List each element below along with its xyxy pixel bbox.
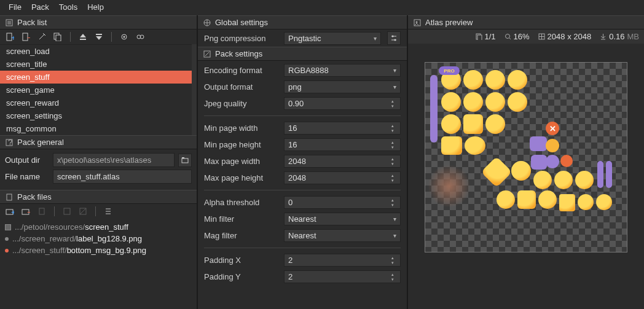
- copy-pack-icon[interactable]: [53, 32, 63, 42]
- preview-dimensions: 2048 x 2048: [538, 32, 592, 41]
- sprite: [517, 190, 536, 209]
- maxh-input[interactable]: 2048▴▾: [284, 171, 401, 184]
- menubar: File Pack Tools Help: [0, 0, 644, 15]
- sprite: [546, 139, 559, 152]
- svg-rect-9: [56, 35, 61, 41]
- png-compression-label: Png compression: [204, 34, 280, 43]
- output-select[interactable]: png: [284, 80, 401, 93]
- preview-canvas[interactable]: ✕ PRO: [408, 44, 644, 309]
- include-icon[interactable]: [62, 206, 72, 216]
- expand-icon[interactable]: [103, 206, 113, 216]
- sprite: [508, 92, 527, 112]
- pack-list-item[interactable]: msg_common: [0, 122, 192, 135]
- pack-list-header: Pack list: [0, 15, 197, 29]
- svg-rect-38: [477, 35, 482, 40]
- menu-tools[interactable]: Tools: [55, 1, 81, 13]
- magf-select[interactable]: Nearest: [284, 229, 401, 242]
- maxw-input[interactable]: 2048▴▾: [284, 155, 401, 168]
- file-item[interactable]: .../screen_stuff/bottom_msg_bg.9.png: [4, 244, 193, 256]
- menu-help[interactable]: Help: [84, 1, 108, 13]
- sprite: [554, 171, 573, 189]
- maxw-label: Max page width: [204, 157, 280, 166]
- svg-rect-25: [39, 208, 44, 214]
- minw-input[interactable]: 16▴▾: [284, 122, 401, 135]
- padx-label: Padding X: [204, 256, 280, 265]
- file-status-dot: [5, 249, 9, 252]
- pack-list: screen_load screen_title screen_stuff sc…: [0, 44, 192, 135]
- minh-input[interactable]: 16▴▾: [284, 138, 401, 151]
- sprite: [428, 165, 471, 208]
- sprite: [441, 136, 462, 155]
- preview-zoom[interactable]: 16%: [505, 32, 530, 41]
- png-compression-select[interactable]: Pngtastic: [284, 32, 381, 45]
- svg-point-36: [416, 21, 418, 23]
- sprite: [575, 171, 594, 189]
- encoding-select[interactable]: RGBA8888: [284, 64, 401, 77]
- svg-line-28: [80, 208, 86, 214]
- sprite: [531, 155, 547, 170]
- pack-all-icon[interactable]: [135, 32, 145, 42]
- output-dir-label: Output dir: [5, 155, 49, 165]
- sprite: [485, 70, 505, 90]
- sprite: [596, 194, 612, 210]
- preview-pages: 1/1: [476, 32, 496, 41]
- scrollbar[interactable]: [192, 44, 197, 135]
- folder-icon: [5, 224, 11, 230]
- delete-pack-icon[interactable]: −: [21, 32, 31, 42]
- pack-list-item[interactable]: screen_stuff: [0, 71, 192, 84]
- alpha-label: Alpha threshold: [204, 198, 280, 207]
- edit-pack-icon[interactable]: [37, 32, 47, 42]
- add-file-icon[interactable]: [37, 206, 47, 216]
- minf-label: Min filter: [204, 214, 280, 224]
- svg-point-13: [124, 36, 125, 38]
- browse-output-dir-icon[interactable]: [178, 154, 192, 167]
- jpeg-input[interactable]: 0.90▴▾: [284, 97, 401, 110]
- sprite: [597, 161, 603, 188]
- pack-list-item[interactable]: screen_load: [0, 45, 192, 58]
- pack-settings-icon[interactable]: [119, 32, 129, 42]
- files-list: .../petool/resources/screen_stuff .../sc…: [0, 219, 197, 259]
- remove-folder-icon[interactable]: −: [21, 206, 31, 216]
- pack-list-item[interactable]: screen_title: [0, 58, 192, 71]
- svg-text:?: ?: [8, 139, 12, 146]
- sprite: [606, 161, 612, 188]
- file-item[interactable]: .../petool/resources/screen_stuff: [4, 221, 193, 233]
- svg-text:−: −: [27, 33, 30, 41]
- menu-pack[interactable]: Pack: [28, 1, 53, 13]
- sprite: [441, 92, 461, 112]
- add-folder-icon[interactable]: +: [5, 206, 15, 216]
- panel-icon: [5, 193, 14, 201]
- png-compression-settings-icon[interactable]: [387, 31, 401, 45]
- file-name-input[interactable]: screen_stuff.atlas: [53, 170, 192, 184]
- move-down-icon[interactable]: [94, 32, 104, 42]
- pack-list-item[interactable]: screen_game: [0, 84, 192, 96]
- pack-list-item[interactable]: screen_settings: [0, 109, 192, 122]
- output-label: Output format: [204, 82, 280, 92]
- pack-files-toolbar: + −: [0, 204, 197, 219]
- panel-icon: [203, 50, 211, 58]
- new-pack-icon[interactable]: +: [5, 32, 15, 42]
- pack-list-item[interactable]: screen_reward: [0, 96, 192, 109]
- pady-input[interactable]: 2▴▾: [284, 270, 401, 283]
- panel-icon: [5, 18, 14, 27]
- menu-file[interactable]: File: [5, 1, 25, 13]
- svg-text:−: −: [27, 208, 30, 216]
- svg-rect-19: [182, 157, 184, 158]
- pack-general-title: Pack general: [17, 138, 64, 147]
- preview-statusbar: 1/1 16% 2048 x 2048 0.16MB: [408, 29, 644, 44]
- minf-select[interactable]: Nearest: [284, 213, 401, 225]
- sprite: [463, 92, 483, 112]
- global-settings-title: Global settings: [215, 18, 268, 27]
- sprite: [485, 92, 505, 112]
- file-name-label: File name: [5, 172, 49, 181]
- output-dir-input[interactable]: x\petool\assets\res\atlases: [53, 153, 175, 167]
- pack-settings-header: Pack settings: [198, 47, 407, 61]
- padx-input[interactable]: 2▴▾: [284, 254, 401, 267]
- sprite: [463, 114, 483, 134]
- sprite: [533, 171, 552, 189]
- move-up-icon[interactable]: [78, 32, 88, 42]
- svg-text:+: +: [11, 33, 14, 41]
- alpha-input[interactable]: 0▴▾: [284, 196, 401, 209]
- exclude-icon[interactable]: [78, 206, 88, 216]
- file-item[interactable]: .../screen_reward/label_bg128.9.png: [4, 233, 193, 244]
